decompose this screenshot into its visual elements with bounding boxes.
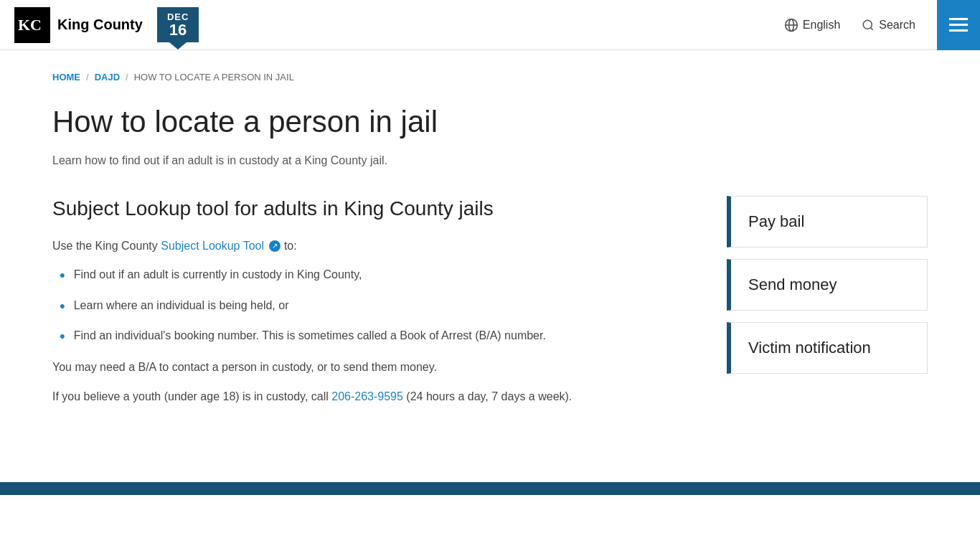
intro-text: Use the King County Subject Lookup Tool … [52, 237, 684, 255]
date-badge: DEC 16 [157, 7, 199, 42]
svg-point-5 [864, 20, 872, 29]
menu-button[interactable] [937, 0, 980, 50]
content-layout: Subject Lookup tool for adults in King C… [52, 196, 928, 417]
subject-lookup-link[interactable]: Subject Lookup Tool [161, 240, 264, 252]
sidebar: Pay bail Send money Victim notification [727, 196, 928, 385]
intro-prefix: Use the King County [52, 240, 158, 252]
logo-area: KC King County [14, 7, 143, 43]
page-subtitle: Learn how to find out if an adult is in … [52, 154, 928, 167]
pay-bail-label: Pay bail [748, 212, 804, 231]
search-icon [862, 19, 875, 32]
victim-notification-label: Victim notification [748, 339, 871, 357]
breadcrumb: HOME / DAJD / HOW TO LOCATE A PERSON IN … [52, 72, 928, 83]
language-button[interactable]: English [784, 18, 840, 32]
main-container: HOME / DAJD / HOW TO LOCATE A PERSON IN … [24, 50, 956, 439]
main-content: Subject Lookup tool for adults in King C… [52, 196, 684, 417]
breadcrumb-sep-2: / [126, 72, 128, 83]
list-item: Find an individual's booking number. Thi… [60, 327, 684, 346]
list-item: Find out if an adult is currently in cus… [60, 266, 684, 285]
breadcrumb-current: HOW TO LOCATE A PERSON IN JAIL [134, 72, 294, 83]
menu-bar-2 [949, 24, 968, 26]
search-label: Search [879, 19, 915, 32]
breadcrumb-home[interactable]: HOME [52, 72, 80, 83]
body2-suffix: (24 hours a day, 7 days a week). [406, 390, 572, 402]
header-left: KC King County DEC 16 [14, 7, 199, 43]
date-day: 16 [167, 22, 189, 38]
header: KC King County DEC 16 English Search [0, 0, 980, 50]
language-label: English [803, 19, 840, 32]
globe-icon [784, 18, 798, 32]
phone-link[interactable]: 206-263-9595 [331, 390, 403, 402]
send-money-card[interactable]: Send money [727, 259, 928, 311]
intro-suffix: to: [284, 240, 297, 252]
page-title: How to locate a person in jail [52, 104, 928, 140]
menu-bar-3 [949, 29, 968, 32]
body2-prefix: If you believe a youth (under age 18) is… [52, 390, 329, 402]
list-item: Learn where an individual is being held,… [60, 297, 684, 316]
breadcrumb-dajd[interactable]: DAJD [95, 72, 120, 83]
svg-line-6 [871, 27, 873, 29]
search-button[interactable]: Search [862, 19, 915, 32]
external-link-icon [269, 240, 281, 252]
svg-text:KC: KC [18, 16, 42, 34]
body-text-1: You may need a B/A to contact a person i… [52, 358, 684, 377]
king-county-logo-icon: KC [14, 7, 50, 43]
victim-notification-card[interactable]: Victim notification [727, 322, 928, 374]
section-heading: Subject Lookup tool for adults in King C… [52, 196, 684, 222]
bullet-list: Find out if an adult is currently in cus… [52, 266, 684, 346]
logo-text: King County [57, 17, 143, 33]
header-right: English Search [784, 0, 966, 50]
breadcrumb-sep-1: / [86, 72, 89, 83]
body-text-2: If you believe a youth (under age 18) is… [52, 387, 684, 406]
pay-bail-card[interactable]: Pay bail [727, 196, 928, 248]
menu-bar-1 [949, 18, 968, 20]
send-money-label: Send money [748, 276, 837, 294]
footer-bar [0, 482, 980, 495]
